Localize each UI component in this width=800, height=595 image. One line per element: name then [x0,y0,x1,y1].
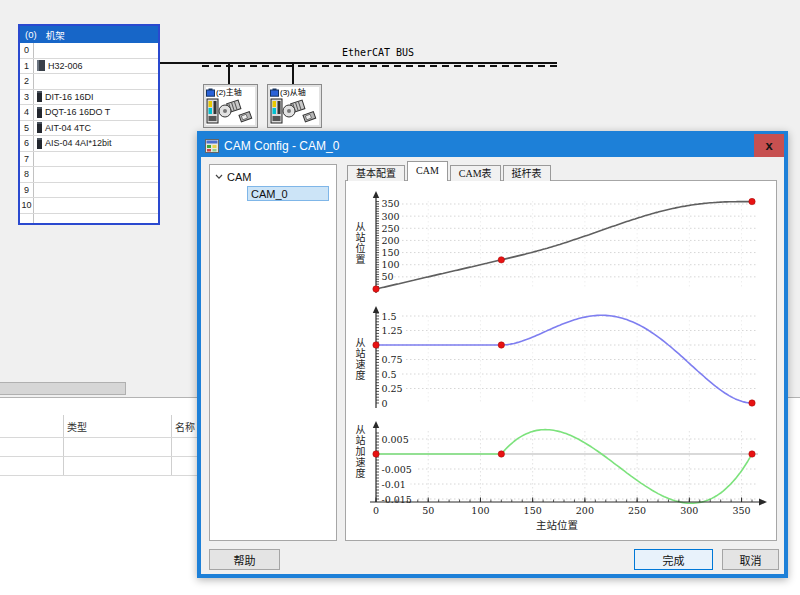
rack-row-8[interactable]: 8 [20,167,158,183]
svg-text:100: 100 [382,259,400,270]
svg-text:-0.005: -0.005 [382,464,412,475]
collapsed-toolbar[interactable] [0,382,126,395]
close-button[interactable]: x [754,134,784,157]
rack-row-2[interactable]: 2 [20,74,158,90]
svg-text:0.75: 0.75 [382,354,403,365]
rack-row-3[interactable]: 3DIT-16 16DI [20,90,158,106]
svg-text:0: 0 [373,505,379,516]
x-axis-label-master-position: 主站位置 [477,517,637,532]
tree-node-cam0-selected[interactable]: CAM_0 [247,186,329,201]
svg-text:-0.01: -0.01 [382,479,406,490]
module-label: DQT-16 16DO T [45,107,110,117]
cam-chart-panel: 350300250200150100501.51.250.750.50.2500… [345,180,777,541]
rack-row-empty [20,214,158,224]
rack-slot-content [34,183,158,198]
rack-row-0[interactable]: 0 [20,43,158,59]
rack-row-5[interactable]: 5AIT-04 4TC [20,121,158,137]
y-axis-label-position: 从站位置 [352,221,366,265]
rack-slot-number: 9 [20,183,34,198]
rack-title: 机架 [46,28,65,42]
svg-text:50: 50 [422,505,434,516]
column-header-type[interactable]: 类型 [67,419,87,434]
svg-text:150: 150 [524,505,542,516]
svg-text:0.5: 0.5 [382,369,397,380]
bus-drop-line [228,63,230,85]
chevron-down-icon [215,174,223,180]
device-node-master-axis[interactable]: (2)主轴 [203,84,258,128]
cam-table-icon [205,139,219,153]
table-divider [63,415,64,476]
application-window: 类型 名称 (0) 机架 01H32-00623DIT-16 16DI4DQT-… [0,0,800,595]
device-node-slave-axis[interactable]: (3)从轴 [267,84,322,128]
svg-text:50: 50 [382,271,394,282]
tab-cam-table[interactable]: CAM表 [450,165,501,181]
rack-slot-content: DQT-16 16DO T [34,105,158,120]
rack-body: 01H32-00623DIT-16 16DI4DQT-16 16DO T5AIT… [20,43,158,223]
rack-slot-number: 10 [20,198,34,213]
tab-cam[interactable]: CAM [407,161,448,181]
cam-tree-panel: CAM CAM_0 [209,164,337,541]
svg-text:250: 250 [382,223,400,234]
svg-text:0.25: 0.25 [382,383,403,394]
finish-button[interactable]: 完成 [634,549,713,570]
svg-text:200: 200 [382,235,400,246]
rack-slot-content: AIS-04 4AI*12bit [34,136,158,151]
module-label: H32-006 [48,61,83,71]
bus-label: EtherCAT BUS [298,47,458,58]
rack-slot-content [34,167,158,182]
dialog-body: CAM CAM_0 基本配置CAMCAM表挺杆表 350300250200150… [201,157,784,574]
table-divider [171,415,172,476]
rack-slot-number: 5 [20,121,34,136]
rack-slot-number: 4 [20,105,34,120]
rack-slot-number: 1 [20,59,34,74]
module-label: DIT-16 16DI [45,92,94,102]
column-header-name[interactable]: 名称 [175,419,195,434]
svg-text:300: 300 [680,505,698,516]
svg-text:200: 200 [576,505,594,516]
rack-row-6[interactable]: 6AIS-04 4AI*12bit [20,136,158,152]
rack-slot-id: (0) [25,29,37,40]
rack-slot-content [34,74,158,89]
module-label: AIS-04 4AI*12bit [45,138,112,148]
rack-row-1[interactable]: 1H32-006 [20,59,158,75]
rack-slot-number: 3 [20,90,34,105]
rack-slot-content [34,152,158,167]
rack-row-9[interactable]: 9 [20,183,158,199]
rack-slot-content [34,214,158,224]
y-axis-label-acceleration: 从站加速度 [352,424,366,479]
rack-header[interactable]: (0) 机架 [20,26,158,43]
rack-slot-number: 2 [20,74,34,89]
cancel-button[interactable]: 取消 [722,549,779,570]
cpu-module-icon [37,60,45,71]
device-label: (3)从轴 [280,86,306,97]
rack-slot-content [34,198,158,213]
svg-text:-0.015: -0.015 [382,494,412,505]
svg-text:250: 250 [628,505,646,516]
rack-row-10[interactable]: 10 [20,198,158,214]
dialog-title: CAM Config - CAM_0 [224,139,339,153]
help-button[interactable]: 帮助 [209,549,280,570]
rack-slot-number: 6 [20,136,34,151]
svg-text:0.005: 0.005 [382,434,409,445]
bus-drop-line [292,63,294,85]
cam-chart-canvas[interactable]: 350300250200150100501.51.250.750.50.2500… [346,181,776,540]
dialog-titlebar[interactable]: CAM Config - CAM_0 x [201,135,784,157]
tree-root-label: CAM [227,171,251,183]
io-module-icon [37,107,42,118]
rack-slot-number: 0 [20,43,34,58]
cam-config-dialog: CAM Config - CAM_0 x CAM CAM_0 基本配置CAMCA… [197,131,788,578]
tab-strip: 基本配置CAMCAM表挺杆表 [347,162,553,181]
y-axis-label-velocity: 从站速度 [352,337,366,381]
svg-text:300: 300 [382,211,400,222]
module-label: AIT-04 4TC [45,123,91,133]
svg-text:0: 0 [382,398,388,409]
svg-text:100: 100 [471,505,489,516]
bus-line-dashes [202,65,557,67]
rack-row-4[interactable]: 4DQT-16 16DO T [20,105,158,121]
svg-text:1.5: 1.5 [382,311,397,322]
servo-drive-motor-icon [270,97,319,125]
tab-tappet-table[interactable]: 挺杆表 [503,165,551,181]
tree-node-cam[interactable]: CAM [210,168,336,185]
tab-basic-config[interactable]: 基本配置 [347,165,405,181]
rack-row-7[interactable]: 7 [20,152,158,168]
